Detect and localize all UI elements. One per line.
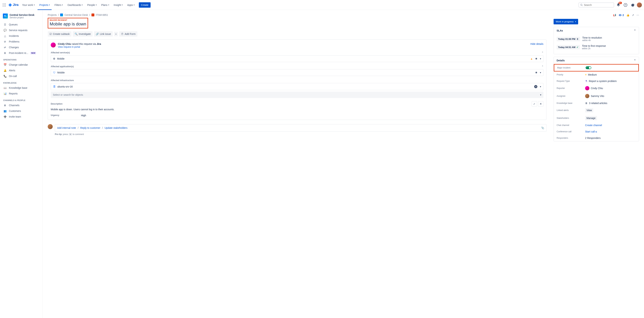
project-name: Central Service Desk (10, 13, 34, 16)
svg-point-9 (581, 4, 582, 5)
update-stakeholders-tab[interactable]: Update stakeholders (104, 126, 127, 129)
collapse-icon[interactable]: ⌃ (634, 59, 636, 62)
slas-header[interactable]: SLAs⌃ (554, 27, 639, 34)
detail-reporter[interactable]: Reporter Cindy Chiu (554, 84, 639, 92)
investigate-button[interactable]: 🔍Investigate (73, 31, 92, 37)
graph-icon[interactable]: ✱ (535, 57, 538, 60)
settings-icon[interactable] (630, 2, 636, 8)
nav-projects[interactable]: Projects▾ (38, 0, 52, 10)
sidebar-item-on-call[interactable]: 📞On-call (2, 73, 41, 79)
invite-icon: ➕ (3, 115, 7, 118)
affected-service-field[interactable]: ⚙ Mobile ▲ ✱ ▾ (51, 55, 544, 62)
chevron-down-icon[interactable]: ▾ (540, 85, 541, 88)
hide-details-link[interactable]: Hide details (530, 42, 544, 45)
sidebar-item-channels[interactable]: 🖥Channels (2, 102, 41, 108)
collapse-icon[interactable]: ⌃ (634, 29, 636, 32)
description-label: Description (51, 103, 62, 105)
sidebar-item-queues[interactable]: ☰Queues (2, 22, 41, 27)
status-button[interactable]: Work in progress▾ (554, 19, 578, 24)
svg-point-4 (4, 5, 4, 5)
detail-conference-call[interactable]: Conference call Start call ⧉ (554, 128, 639, 135)
nav-apps[interactable]: Apps▾ (126, 0, 136, 10)
reply-customer-tab[interactable]: Reply to customer (80, 126, 100, 129)
desc-cancel-button[interactable]: ✕ (538, 101, 544, 106)
notifications-icon[interactable]: 9+ (616, 2, 621, 8)
detail-assignee[interactable]: Assignee Sammy Vito (554, 92, 639, 100)
create-button[interactable]: Create (139, 2, 150, 8)
urgency-value[interactable]: High (81, 114, 86, 117)
nav-your-work[interactable]: Your work▾ (20, 0, 36, 10)
chevron-down-icon[interactable]: ▾ (540, 57, 541, 60)
description-text[interactable]: Mobile app is down. Users cannot log in … (51, 108, 544, 111)
assignee-avatar (585, 94, 589, 98)
nav-dashboards[interactable]: Dashboards▾ (66, 0, 84, 10)
requester-avatar (51, 42, 56, 47)
graph-icon[interactable]: ✱ (535, 71, 538, 74)
jira-logo[interactable]: Jira (8, 3, 19, 7)
share-icon[interactable]: ↗ (632, 14, 634, 16)
chevron-down-icon[interactable]: ▾ (540, 93, 541, 96)
link-issue-dropdown[interactable]: ▾ (114, 32, 118, 36)
affected-app-field[interactable]: 🛡 Mobile ✱ ▾ (51, 69, 544, 76)
comment-box[interactable]: Add internal note / Reply to customer / … (55, 124, 546, 132)
watch-button[interactable]: 2 (618, 13, 624, 17)
search-objects-field[interactable]: Select or search for objects ▾ (51, 92, 544, 98)
profile-avatar[interactable] (637, 2, 642, 7)
collapse-icon[interactable]: ⌃ (542, 65, 544, 68)
detail-priority[interactable]: Priority =Medium (554, 71, 639, 78)
sidebar-item-knowledge-base[interactable]: 📖Knowledge base (2, 85, 41, 91)
detail-responders[interactable]: Responders 2 Responders (554, 135, 639, 141)
subtask-icon: ☑ (50, 32, 52, 35)
create-subtask-button[interactable]: ☑Create subtask (48, 31, 72, 37)
detail-linked-alerts[interactable]: Linked alerts View (554, 106, 639, 114)
help-icon[interactable]: ? (623, 2, 628, 8)
detail-chat-channel[interactable]: Chat channel Create channel (554, 122, 639, 128)
breadcrumb: Projects / Central Service Desk / ! ITSM… (48, 13, 546, 16)
sidebar-item-invite-team[interactable]: ➕Invite team (2, 114, 41, 119)
breadcrumb-key[interactable]: ITSM-6851 (96, 13, 108, 16)
nav-insight[interactable]: Insight▾ (112, 0, 124, 10)
attach-icon[interactable]: 📎 (541, 126, 544, 129)
collapse-icon[interactable]: ⌃ (542, 51, 544, 54)
block-icon: ⊘ (3, 40, 7, 43)
link-issue-button[interactable]: 🔗Link issue (94, 31, 113, 37)
sidebar-item-incidents[interactable]: △Incidents (2, 33, 41, 39)
remove-icon[interactable]: ✕ (534, 85, 538, 88)
app-switcher-icon[interactable] (2, 3, 6, 7)
add-internal-note-tab[interactable]: Add internal note (57, 126, 76, 129)
nav-people[interactable]: People▾ (86, 0, 98, 10)
add-form-button[interactable]: 🗒Add Form (119, 31, 137, 37)
view-in-portal-link[interactable]: View request in portal (58, 45, 80, 48)
nav-plans[interactable]: Plans▾ (100, 0, 111, 10)
breadcrumb-project[interactable]: Central Service Desk (64, 13, 88, 16)
warning-icon[interactable]: ▲ (530, 57, 533, 60)
detail-stakeholders[interactable]: Stakeholders Manage (554, 114, 639, 122)
sidebar-item-post-incident[interactable]: 🗎Post-incident re...NEW (2, 50, 41, 56)
like-icon[interactable]: 👍 (626, 14, 630, 16)
nav-filters[interactable]: Filters▾ (53, 0, 64, 10)
project-header[interactable]: Central Service Desk Service project (2, 13, 41, 22)
link-icon: 🔗 (96, 32, 99, 35)
search-input[interactable] (578, 2, 614, 7)
breadcrumb-projects[interactable]: Projects (48, 13, 57, 16)
affected-infra-field[interactable]: 🗄 ubuntu-srv-16 ✕ ▾ (51, 83, 544, 90)
sidebar-item-problems[interactable]: ⊘Problems (2, 39, 41, 44)
sidebar-item-customers[interactable]: 👥Customers (2, 108, 41, 114)
detail-request-type[interactable]: Request Type ⚗Report a system problem (554, 78, 639, 84)
feedback-icon[interactable]: 📢 (613, 14, 616, 16)
chevron-down-icon[interactable]: ▾ (540, 71, 541, 74)
issue-title[interactable]: Mobile app is down (50, 21, 86, 26)
bell-icon: 🔔 (3, 69, 7, 72)
sidebar-item-change-calendar[interactable]: 📅Change calendar (2, 62, 41, 68)
desc-confirm-button[interactable]: ✓ (532, 101, 537, 106)
major-incident-toggle[interactable]: ✓ (586, 66, 591, 69)
sidebar-item-service-requests[interactable]: 💬Service requests (2, 27, 41, 33)
sidebar-item-alerts[interactable]: 🔔Alerts (2, 68, 41, 73)
check-icon: ✓ (576, 46, 578, 48)
sidebar-item-changes[interactable]: ⇄Changes (2, 44, 41, 50)
sidebar-item-reports[interactable]: 📊Reports (2, 91, 41, 96)
details-header[interactable]: Details⌃ (554, 57, 639, 64)
sidebar: Central Service Desk Service project ☰Qu… (0, 10, 43, 318)
more-icon[interactable]: ⋯ (636, 14, 639, 16)
detail-knowledge-base[interactable]: Knowledge base 🗎3 related articles (554, 100, 639, 106)
